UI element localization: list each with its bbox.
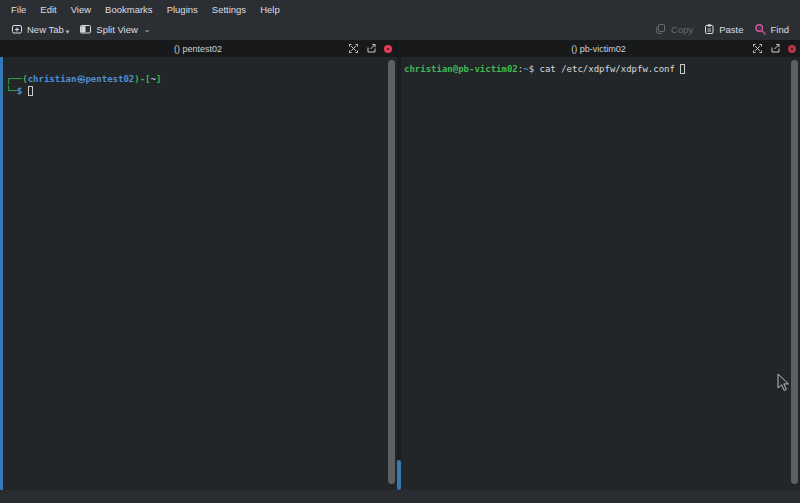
right-pane-title: () pb-victim02	[571, 44, 626, 54]
right-pane-header-icons	[752, 40, 796, 57]
left-pane-header-icons	[348, 40, 392, 57]
terminal-text-segment: christian@pb-victim02	[404, 64, 518, 74]
terminal-pb-victim02[interactable]: christian@pb-victim02:~$ cat /etc/xdpfw/…	[401, 57, 800, 490]
split-view-chevron-icon[interactable]: ⌄	[144, 25, 151, 34]
paste-icon	[703, 23, 715, 35]
new-tab-dropdown-caret[interactable]: ▾	[66, 29, 70, 35]
terminal-text-segment: )-[	[134, 74, 150, 84]
terminal-text-segment: └─	[6, 86, 17, 96]
terminal-line: ┌──(christian㉿pentest02)-[~]	[6, 73, 387, 85]
copy-label: Copy	[671, 24, 693, 35]
detach-view-icon[interactable]	[770, 43, 781, 54]
terminal-cursor	[28, 86, 33, 96]
window-bottom-edge	[0, 490, 800, 503]
new-tab-icon	[11, 23, 23, 35]
menu-bar: File Edit View Bookmarks Plugins Setting…	[0, 0, 800, 18]
find-icon	[754, 23, 767, 36]
new-tab-label: New Tab	[27, 24, 64, 35]
terminal-text-segment: christian㉿pentest02	[28, 74, 135, 84]
terminal-cursor	[680, 64, 685, 74]
close-pane-button[interactable]	[384, 45, 392, 53]
terminal-line: christian@pb-victim02:~$ cat /etc/xdpfw/…	[404, 63, 790, 75]
terminal-output-left: ┌──(christian㉿pentest02)-[~]└─$	[0, 57, 397, 97]
copy-icon	[655, 23, 667, 35]
paste-button[interactable]: Paste	[698, 21, 748, 37]
toolbar: New Tab ▾ Split View ⌄ Copy Pa	[0, 18, 800, 40]
terminal-text-segment: cat /etc/xdpfw/xdpfw.conf	[534, 64, 680, 74]
focused-pane-indicator	[0, 57, 3, 490]
menu-plugins[interactable]: Plugins	[160, 2, 205, 17]
right-pane-header[interactable]: () pb-victim02	[397, 40, 800, 57]
terminal-text-segment: ┌──(	[6, 74, 28, 84]
right-terminal-scrollbar[interactable]	[791, 60, 798, 484]
detach-view-icon[interactable]	[366, 43, 377, 54]
split-view-icon	[79, 23, 92, 35]
left-terminal-scrollbar[interactable]	[388, 60, 395, 484]
terminal-output-right: christian@pb-victim02:~$ cat /etc/xdpfw/…	[401, 57, 800, 75]
split-view-button[interactable]: Split View ⌄	[74, 21, 155, 37]
scrollbar-thumb[interactable]	[388, 60, 395, 484]
new-tab-button[interactable]: New Tab ▾	[6, 21, 74, 37]
menu-bookmarks[interactable]: Bookmarks	[98, 2, 160, 17]
konsole-window: File Edit View Bookmarks Plugins Setting…	[0, 0, 800, 503]
terminal-area: ┌──(christian㉿pentest02)-[~]└─$ christia…	[0, 57, 800, 490]
find-label: Find	[771, 24, 789, 35]
close-pane-button[interactable]	[788, 45, 796, 53]
menu-settings[interactable]: Settings	[205, 2, 253, 17]
paste-label: Paste	[719, 24, 743, 35]
copy-button[interactable]: Copy	[650, 21, 698, 37]
terminal-text-segment: ]	[156, 74, 161, 84]
pane-headers: () pentest02 () pb-victim02	[0, 40, 800, 57]
menu-help[interactable]: Help	[253, 2, 287, 17]
menu-file[interactable]: File	[4, 2, 33, 17]
expand-view-icon[interactable]	[752, 43, 763, 54]
expand-view-icon[interactable]	[348, 43, 359, 54]
terminal-pentest02[interactable]: ┌──(christian㉿pentest02)-[~]└─$	[0, 57, 397, 490]
left-pane-title: () pentest02	[174, 44, 222, 54]
scrollbar-thumb[interactable]	[791, 60, 798, 484]
split-view-label: Split View	[96, 24, 138, 35]
menu-edit[interactable]: Edit	[33, 2, 63, 17]
find-button[interactable]: Find	[749, 21, 794, 38]
menu-view[interactable]: View	[64, 2, 98, 17]
left-pane-header[interactable]: () pentest02	[0, 40, 397, 57]
terminal-line: └─$	[6, 85, 387, 97]
